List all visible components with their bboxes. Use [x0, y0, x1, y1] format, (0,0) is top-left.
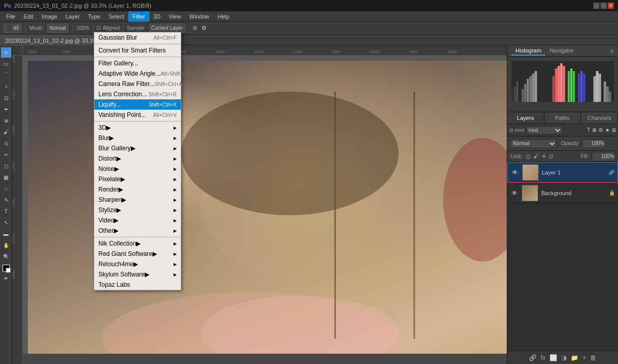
filter-skylum[interactable]: Skylum Software ▶ — [94, 269, 181, 280]
link-layers-btn[interactable]: 🔗 — [529, 354, 537, 361]
filter-noise[interactable]: Noise ▶ — [94, 164, 181, 174]
filter-gaussian-blur[interactable]: Gaussian Blur Alt+Ctrl+F — [94, 32, 181, 43]
kind-filter[interactable]: Kind — [526, 126, 562, 134]
menu-layer[interactable]: Layer — [61, 11, 84, 22]
menu-type[interactable]: Type — [84, 11, 105, 22]
minimize-button[interactable]: — — [593, 3, 599, 9]
tool-shape[interactable]: ▬ — [1, 229, 11, 239]
menu-select[interactable]: Select — [105, 11, 129, 22]
filter-vanishing-point[interactable]: Vanishing Point... Alt+Ctrl+V — [94, 110, 181, 120]
filter-blur-gallery[interactable]: Blur Gallery ▶ — [94, 143, 181, 153]
filter-render[interactable]: Render ▶ — [94, 184, 181, 195]
tool-lasso[interactable]: ⌒ — [1, 70, 11, 80]
adjustment-btn[interactable]: ◑ — [561, 354, 566, 361]
svg-rect-21 — [568, 71, 570, 102]
filter-gallery[interactable]: Filter Gallery... — [94, 58, 181, 68]
tab-channels[interactable]: Channels — [581, 112, 618, 124]
menu-3d[interactable]: 3D — [149, 11, 165, 22]
svg-rect-9 — [517, 81, 518, 102]
layer-row-layer1[interactable]: 👁 Layer 1 🔗 — [507, 162, 618, 183]
filter-stylize[interactable]: Stylize ▶ — [94, 205, 181, 215]
options-bar: ⬛ 45 Mode: Normal 100% ☑ Aligned Sample:… — [0, 22, 618, 35]
tab-histogram[interactable]: Histogram — [511, 46, 545, 56]
menu-view[interactable]: View — [165, 11, 185, 22]
menu-edit[interactable]: Edit — [20, 11, 38, 22]
filter-retouch4me[interactable]: Retouch4me ▶ — [94, 259, 181, 269]
menu-file[interactable]: File — [2, 11, 20, 22]
menu-filter[interactable]: Filter — [128, 11, 149, 22]
tool-brush[interactable]: 🖌 — [1, 127, 11, 137]
maximize-button[interactable]: □ — [600, 3, 607, 9]
filter-camera-raw[interactable]: Camera Raw Filter... Shift+Ctrl+A — [94, 79, 181, 89]
brush-size-btn[interactable]: ⬛ 45 — [2, 23, 23, 34]
tool-gradient[interactable]: ▦ — [1, 172, 11, 182]
delete-layer-btn[interactable]: 🗑 — [590, 354, 596, 361]
histogram-menu[interactable]: ≡ — [611, 48, 614, 54]
lock-transparent[interactable]: ◫ — [526, 153, 530, 159]
lock-image[interactable]: 🖌 — [534, 153, 539, 159]
blend-mode-select[interactable]: Normal Multiply Screen — [510, 139, 557, 148]
tool-type[interactable]: T — [1, 206, 11, 216]
filter-convert-smart[interactable]: Convert for Smart Filters — [94, 45, 181, 56]
layer1-linked: 🔗 — [609, 170, 614, 175]
filter-blur[interactable]: Blur ▶ — [94, 133, 181, 143]
tab-paths[interactable]: Paths — [544, 112, 581, 124]
filter-red-giant[interactable]: Red Giant Software ▶ — [94, 249, 181, 259]
filter-adaptive[interactable]: Adaptive Wide Angle... Alt+Shift+Ctrl+A — [94, 68, 181, 79]
filter-nik[interactable]: Nik Collection ▶ — [94, 238, 181, 249]
filter-sharpen[interactable]: Sharpen ▶ — [94, 195, 181, 205]
filter-other[interactable]: Other ▶ — [94, 226, 181, 236]
tool-crop[interactable]: ⊡ — [1, 93, 11, 103]
tool-move[interactable]: ✛ — [1, 47, 11, 58]
filter-3d[interactable]: 3D ▶ — [94, 123, 181, 133]
menu-image[interactable]: Image — [38, 11, 62, 22]
foreground-color-btn[interactable] — [3, 265, 10, 272]
filter-topaz[interactable]: Topaz Labs — [94, 280, 181, 290]
filter-distort[interactable]: Distort ▶ — [94, 153, 181, 164]
layer-icon-3[interactable]: ⚙ — [598, 127, 603, 133]
tab-layers[interactable]: Layers — [507, 112, 544, 124]
tool-path-select[interactable]: ↖ — [1, 217, 11, 228]
fill-input[interactable] — [592, 152, 615, 161]
new-layer-btn[interactable]: + — [582, 354, 586, 361]
layer1-visibility[interactable]: 👁 — [511, 168, 519, 177]
layer-icon-2[interactable]: ⊠ — [592, 127, 596, 133]
tool-spot-heal[interactable]: ⊕ — [1, 115, 11, 126]
background-lock: 🔒 — [609, 190, 615, 196]
opacity-input[interactable] — [582, 139, 605, 148]
background-visibility[interactable]: 👁 — [510, 189, 519, 197]
svg-rect-11 — [524, 84, 526, 102]
lock-artboard[interactable]: ⊡ — [549, 153, 553, 159]
layers-bottom-bar: 🔗 fx ⬜ ◑ 📁 + 🗑 — [507, 351, 618, 364]
app-icon: Ps — [4, 3, 11, 9]
filter-liquify[interactable]: Liquify... Shift+Ctrl+X — [94, 99, 181, 110]
tool-magic-wand[interactable]: ✧ — [1, 81, 11, 92]
tool-clone[interactable]: ⊙ — [1, 138, 11, 148]
ruler-corner — [12, 45, 23, 56]
tab-navigator[interactable]: Navigator — [545, 46, 578, 56]
tool-pen[interactable]: ✎ — [1, 195, 11, 205]
tool-hand[interactable]: ✋ — [1, 240, 11, 250]
layer-row-background[interactable]: 👁 Background 🔒 — [507, 183, 618, 203]
fx-btn[interactable]: fx — [541, 354, 545, 361]
menu-help[interactable]: Help — [214, 11, 234, 22]
filter-video[interactable]: Video ▶ — [94, 215, 181, 226]
filter-pixelate[interactable]: Pixelate ▶ — [94, 174, 181, 184]
tool-zoom[interactable]: 🔍 — [1, 251, 11, 262]
tool-history[interactable]: ↩ — [1, 149, 11, 160]
tool-dodge[interactable]: ○ — [1, 183, 11, 194]
layer-icon-1[interactable]: T — [587, 127, 590, 133]
filter-lens-correction[interactable]: Lens Correction... Shift+Ctrl+R — [94, 89, 181, 99]
layer-icon-5[interactable]: ⊞ — [612, 127, 616, 133]
tool-eyedropper[interactable]: ✒ — [1, 104, 11, 114]
layer-icon-4[interactable]: ★ — [605, 127, 610, 133]
mask-btn[interactable]: ⬜ — [550, 354, 557, 361]
tool-eraser[interactable]: ◻ — [1, 161, 11, 171]
menu-window[interactable]: Window — [185, 11, 213, 22]
tool-marquee[interactable]: ▭ — [1, 59, 11, 69]
mode-selector[interactable]: Normal — [46, 23, 70, 34]
swap-colors-btn[interactable]: ⇄ — [1, 273, 11, 283]
lock-position[interactable]: ✛ — [542, 153, 546, 159]
group-btn[interactable]: 📁 — [571, 354, 578, 361]
close-button[interactable]: ✕ — [608, 3, 614, 9]
